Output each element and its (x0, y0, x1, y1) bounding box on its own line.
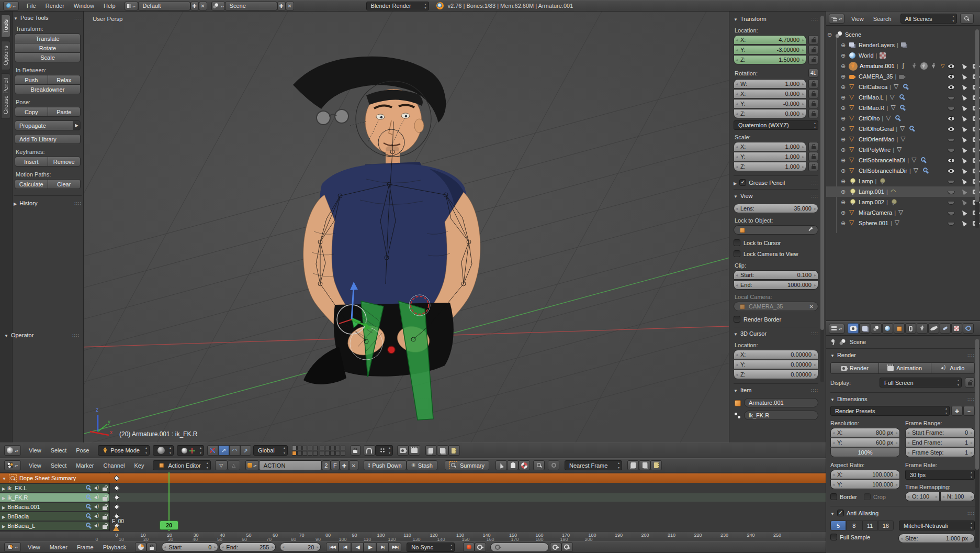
modifier-wrench-icon[interactable] (86, 494, 92, 501)
tab-object[interactable] (894, 323, 905, 334)
eye-closed-icon[interactable] (948, 191, 955, 194)
eye-closed-icon[interactable] (948, 223, 955, 226)
relax-button[interactable]: Relax (48, 75, 81, 85)
cursor-y-slider[interactable]: Y:0.00000 (734, 360, 818, 369)
select-menu[interactable]: Select (46, 447, 72, 454)
manipulator-rotate-button[interactable]: ◠ (229, 445, 240, 456)
selectable-icon[interactable] (961, 209, 967, 216)
paste-flipped-keys-button[interactable] (650, 460, 662, 470)
resolution-x-slider[interactable]: X:800 px (830, 428, 900, 437)
snap-element-dropdown[interactable] (375, 445, 393, 456)
outliner-row-ctrlpolywire[interactable]: ⊕CtrlPolyWire| (826, 145, 980, 155)
tab-constraints[interactable] (905, 323, 916, 334)
expand-icon[interactable]: ⊕ (840, 52, 847, 59)
selectable-icon[interactable] (961, 94, 967, 101)
antialiasing-checkbox[interactable] (837, 510, 844, 516)
expand-icon[interactable]: ⊕ (840, 63, 847, 70)
lock-scale-x-button[interactable] (808, 142, 818, 151)
move-action-up-button[interactable]: △ (228, 460, 240, 470)
frame-rate-dropdown[interactable]: 30 fps (905, 470, 975, 480)
cursor-x-slider[interactable]: X:0.00000 (734, 350, 818, 359)
panel-grip-icon[interactable] (72, 333, 80, 338)
rotation-y-slider[interactable]: Y:-0.000 (734, 99, 806, 108)
search-menu[interactable]: Search (869, 16, 896, 22)
unlink-action-button[interactable] (349, 460, 358, 470)
selectable-icon[interactable] (961, 73, 967, 80)
eye-open-icon[interactable] (948, 85, 955, 90)
mesh-data-icon[interactable] (911, 157, 919, 164)
location-z-slider[interactable]: Z:1.50000 (734, 55, 806, 64)
shading-dropdown[interactable] (153, 445, 174, 456)
tab-armature-data[interactable] (917, 323, 928, 334)
expand-icon[interactable]: ⊕ (840, 94, 847, 101)
panel-grip-icon[interactable] (811, 388, 818, 393)
item-object-name-field[interactable]: Armature.001 (744, 398, 818, 407)
render-panel-header[interactable]: Render (830, 352, 975, 358)
panel-grip-icon[interactable] (967, 511, 975, 516)
expand-icon[interactable]: ⊕ (840, 73, 847, 80)
scale-button[interactable]: Scale (15, 52, 81, 62)
end-frame-slider[interactable]: End Frame:1 (905, 438, 975, 447)
opengl-render-button[interactable] (397, 445, 409, 456)
grease-pencil-checkbox[interactable] (739, 179, 746, 186)
tab-bone[interactable] (928, 323, 939, 334)
menu-file[interactable]: File (22, 3, 41, 9)
next-keyframe-button[interactable]: ▶| (376, 543, 389, 552)
pivot-dropdown[interactable] (177, 445, 204, 456)
tab-render[interactable] (848, 323, 859, 334)
add-scene-button[interactable] (277, 2, 286, 10)
eye-open-icon[interactable] (948, 74, 955, 79)
npanel-scrollbar[interactable] (820, 16, 824, 382)
selectable-icon[interactable] (961, 115, 967, 122)
start-frame-slider[interactable]: Start:0 (162, 543, 218, 551)
dopesheet-mode-dropdown[interactable]: Action Editor (153, 460, 210, 470)
cursor-z-slider[interactable]: Z:0.00000 (734, 370, 818, 379)
renderlayer-data-icon[interactable] (900, 41, 908, 49)
eye-closed-icon[interactable] (948, 139, 955, 142)
history-panel-header[interactable]: History (14, 200, 82, 206)
panel-grip-icon[interactable] (811, 193, 818, 198)
outliner-row-lamp002[interactable]: ⊕Lamp.002| (826, 197, 980, 207)
mesh-data-icon[interactable] (890, 104, 898, 112)
camera-data-icon[interactable] (898, 73, 906, 81)
jump-to-start-button[interactable]: |◀◀ (326, 543, 339, 552)
modifier-wrench-icon[interactable] (921, 157, 927, 163)
filter-selected-button[interactable] (495, 460, 507, 470)
calculate-paths-button[interactable]: Calculate (15, 179, 48, 189)
outliner-row-renderlayers[interactable]: ⊕RenderLayers| (826, 40, 980, 50)
expand-icon[interactable]: ⊕ (840, 209, 847, 216)
paste-flipped-pose-button[interactable] (448, 445, 460, 456)
paste-pose-button[interactable]: Paste (48, 107, 81, 117)
lock-camera-to-view-checkbox[interactable] (734, 250, 740, 257)
lock-rotation-w-button[interactable] (808, 79, 818, 89)
expand-icon[interactable] (2, 504, 5, 510)
remap-old-slider[interactable]: O: 100 (905, 492, 940, 501)
mesh-data-icon[interactable] (913, 167, 921, 175)
panel-grip-icon[interactable] (811, 16, 818, 21)
resolution-y-slider[interactable]: Y:600 px (830, 438, 900, 447)
current-frame-slider[interactable]: 20 (280, 543, 321, 551)
mode-dropdown[interactable]: Pose Mode (98, 445, 150, 456)
expand-icon[interactable] (2, 485, 5, 491)
auto-keyframe-button[interactable] (463, 543, 475, 552)
constraint-person-icon[interactable] (930, 63, 937, 69)
dimensions-panel-header[interactable]: Dimensions (830, 396, 975, 402)
marker-menu[interactable]: Marker (45, 544, 72, 550)
expand-icon[interactable]: ⊕ (840, 220, 847, 227)
eye-closed-icon[interactable] (948, 181, 955, 184)
display-mode-dropdown[interactable]: Full Screen (880, 378, 962, 388)
expand-icon[interactable]: ⊕ (840, 178, 847, 185)
render-animation-button[interactable]: Animation (878, 362, 931, 374)
mesh-data-icon[interactable] (889, 94, 897, 102)
copy-pose-button[interactable]: Copy (15, 107, 48, 117)
lock-rotation-y-button[interactable] (808, 99, 818, 108)
lock-channel-icon[interactable] (103, 516, 107, 519)
copy-pose-header-button[interactable] (425, 445, 437, 456)
manipulator-translate-button[interactable]: ↗ (218, 445, 229, 456)
delete-keyframes-button[interactable] (561, 543, 573, 552)
dopesheet-ruler[interactable]: 0102030405060708090100110120130140150160… (0, 531, 826, 538)
selectable-icon[interactable] (961, 147, 967, 153)
selectable-icon[interactable] (961, 199, 967, 206)
render-presets-dropdown[interactable]: Render Presets (830, 406, 950, 416)
auto-keying-set-button[interactable] (475, 543, 486, 552)
